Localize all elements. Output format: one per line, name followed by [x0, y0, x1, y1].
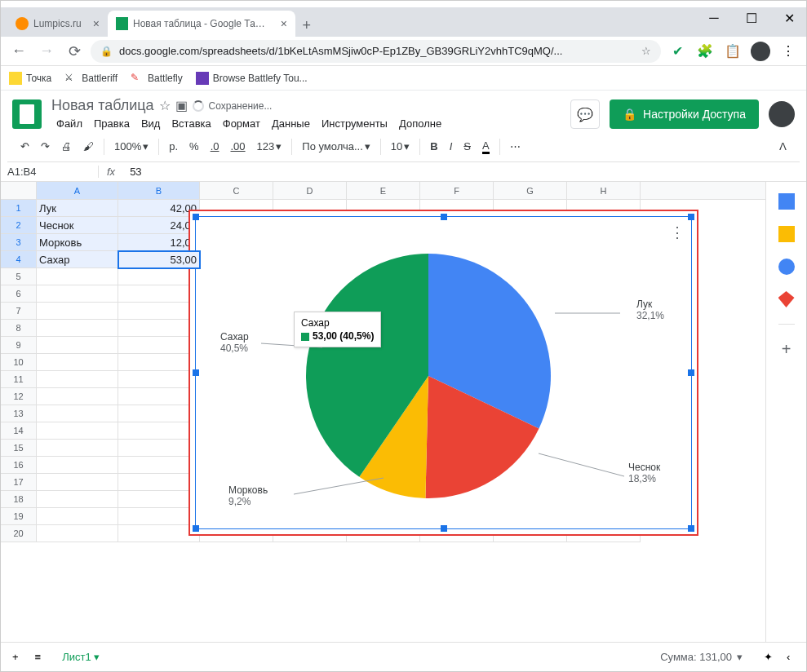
browser-tab-active[interactable]: Новая таблица - Google Таблиц ×	[108, 11, 295, 37]
close-icon[interactable]: ×	[93, 17, 100, 30]
browser-menu[interactable]: ⋮	[777, 40, 800, 63]
cell[interactable]	[118, 268, 200, 285]
print-button[interactable]: 🖨	[56, 137, 77, 156]
zoom-select[interactable]: 100% ▾	[109, 137, 153, 156]
cell[interactable]	[118, 525, 200, 542]
cell[interactable]	[37, 285, 118, 303]
menu-data[interactable]: Данные	[267, 116, 315, 131]
move-icon[interactable]: ▣	[175, 98, 188, 113]
name-box[interactable]: A1:B4	[1, 166, 99, 178]
cell[interactable]	[118, 354, 200, 371]
resize-handle[interactable]	[193, 525, 199, 532]
close-icon[interactable]: ×	[281, 17, 287, 30]
reload-button[interactable]: ⟳	[63, 40, 86, 63]
cell[interactable]	[118, 337, 200, 354]
undo-button[interactable]: ↶	[16, 137, 34, 156]
bookmark[interactable]: ⚔Battleriff	[64, 72, 118, 85]
column-header[interactable]: H	[567, 182, 641, 199]
cell[interactable]: 42,00	[118, 200, 200, 217]
cell[interactable]: Лук	[37, 200, 118, 217]
cell[interactable]	[118, 405, 200, 422]
cell[interactable]	[118, 388, 200, 405]
cell[interactable]	[37, 354, 118, 371]
row-header[interactable]: 13	[1, 405, 37, 422]
cell[interactable]	[37, 303, 118, 320]
row-header[interactable]: 16	[1, 457, 37, 474]
column-header[interactable]: G	[494, 182, 567, 199]
keep-icon[interactable]	[778, 226, 795, 242]
extension-icon[interactable]: ✔	[666, 40, 689, 63]
back-button[interactable]: ←	[7, 40, 30, 63]
row-header[interactable]: 10	[1, 354, 37, 371]
cell[interactable]	[37, 508, 118, 525]
profile-avatar[interactable]	[749, 40, 772, 63]
new-tab-button[interactable]: +	[295, 14, 318, 37]
select-all-corner[interactable]	[1, 182, 37, 199]
row-header[interactable]: 12	[1, 388, 37, 405]
paint-format-button[interactable]: 🖌	[78, 137, 99, 156]
row-header[interactable]: 9	[1, 337, 37, 354]
column-header[interactable]: E	[347, 182, 420, 199]
resize-handle[interactable]	[441, 214, 447, 220]
collapse-toolbar-button[interactable]: ᐱ	[774, 137, 791, 156]
cell[interactable]: 24,00	[118, 217, 200, 234]
cell[interactable]	[37, 457, 118, 474]
column-header[interactable]: B	[118, 182, 200, 199]
browser-tab[interactable]: Lumpics.ru ×	[7, 11, 108, 37]
cell[interactable]	[37, 388, 118, 405]
account-avatar[interactable]	[769, 101, 795, 127]
font-select[interactable]: По умолча... ▾	[297, 137, 375, 156]
row-header[interactable]: 5	[1, 268, 37, 285]
share-button[interactable]: 🔒 Настройки Доступа	[610, 99, 759, 129]
font-size-select[interactable]: 10 ▾	[386, 137, 415, 156]
address-bar[interactable]: 🔒 docs.google.com/spreadsheets/d/1bKeLtA…	[91, 40, 661, 63]
formula-input[interactable]: 53	[123, 166, 806, 178]
currency-button[interactable]: р.	[164, 137, 183, 156]
menu-file[interactable]: Файл	[51, 116, 87, 131]
row-header[interactable]: 14	[1, 422, 37, 440]
resize-handle[interactable]	[688, 369, 694, 376]
cell[interactable]: 53,00	[118, 251, 200, 268]
cell[interactable]	[37, 337, 118, 354]
row-header[interactable]: 1	[1, 200, 37, 217]
bold-button[interactable]: B	[425, 137, 442, 156]
cell[interactable]	[37, 268, 118, 285]
cell[interactable]	[118, 422, 200, 440]
star-icon[interactable]: ☆	[641, 45, 651, 57]
cell[interactable]	[118, 371, 200, 388]
window-minimize[interactable]: ─	[703, 7, 725, 29]
bookmark[interactable]: ✎Battlefly	[131, 72, 183, 85]
cell[interactable]	[118, 440, 200, 457]
cell[interactable]: 12,00	[118, 234, 200, 251]
star-icon[interactable]: ☆	[159, 98, 171, 113]
sidepanel-toggle[interactable]: ‹	[787, 651, 800, 663]
cell[interactable]	[118, 457, 200, 474]
row-header[interactable]: 2	[1, 217, 37, 234]
column-header[interactable]: F	[420, 182, 494, 199]
window-maximize[interactable]: ☐	[740, 7, 763, 29]
add-icon[interactable]: +	[778, 341, 795, 357]
more-formats-button[interactable]: 123 ▾	[252, 137, 287, 156]
chart-object[interactable]: ⋮ Лук32,1%Чеснок18,3%Морковь9,2%Сахар40,…	[195, 216, 692, 529]
row-header[interactable]: 3	[1, 234, 37, 251]
sheets-logo[interactable]	[12, 99, 42, 129]
cell[interactable]	[118, 320, 200, 337]
row-header[interactable]: 15	[1, 440, 37, 457]
resize-handle[interactable]	[688, 525, 694, 532]
status-summary[interactable]: Сумма: 131,00 ▾	[654, 648, 749, 666]
window-close[interactable]: ✕	[778, 7, 800, 29]
cell[interactable]	[118, 474, 200, 491]
explore-button[interactable]: ✦	[756, 645, 780, 670]
row-header[interactable]: 20	[1, 525, 37, 542]
column-header[interactable]: C	[200, 182, 273, 199]
extensions-button[interactable]: 🧩	[694, 40, 716, 63]
cell[interactable]	[37, 440, 118, 457]
decrease-decimal-button[interactable]: .0	[206, 137, 224, 156]
column-header[interactable]: A	[37, 182, 118, 199]
resize-handle[interactable]	[193, 214, 199, 220]
all-sheets-button[interactable]: ≡	[30, 648, 47, 666]
row-header[interactable]: 6	[1, 285, 37, 303]
increase-decimal-button[interactable]: .00	[226, 137, 251, 156]
column-header[interactable]: D	[273, 182, 347, 199]
document-title[interactable]: Новая таблица	[51, 97, 154, 114]
